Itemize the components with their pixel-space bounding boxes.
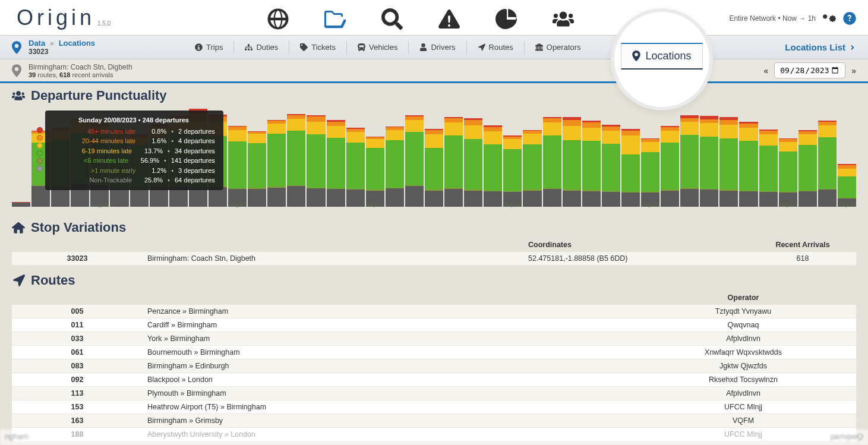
map-pin-icon <box>12 41 21 54</box>
globe-icon[interactable] <box>267 8 289 30</box>
chart-bar[interactable] <box>267 120 286 207</box>
route-row[interactable]: 061Bournemouth » BirminghamXnwfaqrr Wqxv… <box>12 346 856 359</box>
chart-bar[interactable] <box>719 117 738 207</box>
date-input[interactable] <box>774 62 845 78</box>
chart-tooltip: Sunday 20/08/2023 • 248 departures45+ mi… <box>45 111 223 190</box>
top-iconbar <box>267 8 574 30</box>
locations-list-link[interactable]: Locations List <box>785 42 856 52</box>
folder-open-icon[interactable] <box>324 8 346 30</box>
chart-bar[interactable] <box>582 121 601 207</box>
gears-icon[interactable] <box>823 12 836 25</box>
nav-vehicles[interactable]: Vehicles <box>346 41 408 54</box>
map-pin-icon <box>632 51 640 61</box>
app-logo: Origin <box>17 5 95 30</box>
location-name: Birmingham: Coach Stn, Digbeth <box>29 63 132 71</box>
chart-bar[interactable]: Sep 10 <box>503 135 522 207</box>
chart-bar[interactable] <box>248 131 266 207</box>
date-next-button[interactable]: » <box>851 66 856 75</box>
chart-bar[interactable] <box>563 117 581 207</box>
chart-bar[interactable] <box>346 128 365 207</box>
date-prev-button[interactable]: « <box>763 66 768 75</box>
stop-variations-table: Coordinates Recent Arrivals 33023Birming… <box>12 238 856 266</box>
chart-bar[interactable] <box>543 117 561 207</box>
route-row[interactable]: 153Heathrow Airport (T5) » BirminghamUFC… <box>12 400 856 414</box>
chart-bar[interactable] <box>680 115 699 207</box>
chart-bar[interactable]: Sep 27 <box>838 164 856 207</box>
breadcrumb-id: 33023 <box>29 48 95 56</box>
legend-dots <box>37 127 43 172</box>
network-time-status: Entire Network • Now → 1h <box>729 14 816 23</box>
chart-bar[interactable] <box>798 130 817 207</box>
location-subheader: Birmingham: Coach Stn, Digbeth 39 routes… <box>0 59 868 83</box>
chart-bar[interactable] <box>661 126 679 207</box>
section-title-stopvar: Stop Variations <box>12 220 856 235</box>
route-row[interactable]: 011Cardiff » BirminghamQwqvnaq <box>12 318 856 332</box>
section-title-routes: Routes <box>12 273 856 288</box>
nav-operators[interactable]: Operators <box>524 41 592 54</box>
route-row[interactable]: 163Birmingham » GrimsbyVQFM <box>12 414 856 428</box>
chart-bar[interactable]: Aug 27 <box>228 126 247 207</box>
nav-duties[interactable]: Duties <box>233 41 289 54</box>
warning-icon[interactable] <box>438 8 460 30</box>
nav-trips[interactable]: Trips <box>184 41 233 54</box>
route-row[interactable]: 113Plymouth » BirminghamAfplvdlnvn <box>12 387 856 400</box>
nav-tickets[interactable]: Tickets <box>289 41 346 54</box>
users-icon <box>12 89 25 102</box>
pie-chart-icon[interactable] <box>495 8 517 30</box>
chevron-right-icon <box>849 44 856 51</box>
breadcrumb-section[interactable]: Locations <box>59 39 95 48</box>
ghost-row: nghamQwqvnaq <box>0 430 868 445</box>
chart-bar[interactable]: Sep 17 <box>641 138 659 207</box>
map-pin-icon <box>12 64 21 77</box>
chart-bar[interactable] <box>739 122 757 207</box>
chart-bar[interactable] <box>464 118 482 207</box>
nav-routes[interactable]: Routes <box>466 41 524 54</box>
chart-bar[interactable] <box>307 115 325 207</box>
breadcrumb: Data » Locations 33023 <box>29 39 95 56</box>
nav-row: Data » Locations 33023 TripsDutiesTicket… <box>0 36 868 59</box>
route-row[interactable]: 083Birmingham » EdinburghJgktw Qjwzfds <box>12 359 856 373</box>
chart-bar[interactable] <box>444 117 463 207</box>
locations-tab[interactable]: Locations <box>621 43 702 70</box>
chart-bar[interactable] <box>425 129 443 207</box>
search-icon[interactable] <box>381 8 403 30</box>
route-row[interactable]: 005Penzance » BirminghamTztyqdt Yvnyawu <box>12 305 856 318</box>
chart-bar[interactable] <box>621 129 640 207</box>
chart-bar[interactable] <box>287 114 305 207</box>
chart-bar[interactable] <box>818 121 837 207</box>
nav-drivers[interactable]: Drivers <box>408 41 466 54</box>
locations-tab-label: Locations <box>645 50 691 62</box>
home-icon <box>12 221 25 234</box>
users-icon[interactable] <box>553 8 574 30</box>
stopvar-row[interactable]: 33023Birmingham: Coach Stn, Digbeth52.47… <box>12 252 856 266</box>
app-version: 1.5.0 <box>97 20 111 27</box>
locations-highlight-badge: Locations <box>614 12 709 107</box>
chart-bar[interactable] <box>12 202 30 207</box>
chart-bar[interactable]: Sep 3 <box>366 137 384 207</box>
chart-bar[interactable] <box>700 116 718 207</box>
topbar: Origin 1.5.0 Entire Network • Now → 1h <box>0 0 868 36</box>
breadcrumb-root[interactable]: Data <box>29 39 45 48</box>
help-icon[interactable] <box>843 12 856 25</box>
chart-bar[interactable] <box>405 115 424 207</box>
chart-bar[interactable] <box>327 120 345 207</box>
chart-bar[interactable] <box>759 130 778 207</box>
chart-bar[interactable] <box>602 125 620 207</box>
location-arrow-icon <box>12 274 25 287</box>
route-row[interactable]: 033York » BirminghamAfplvdlnvn <box>12 332 856 346</box>
chart-bar[interactable] <box>484 125 502 207</box>
route-row[interactable]: 092Blackpool » LondonRksehxd Tocsywlnzn <box>12 373 856 387</box>
chart-bar[interactable] <box>523 130 541 207</box>
section-title-punctuality: Departure Punctuality <box>12 88 856 103</box>
chart-bar[interactable] <box>386 127 404 207</box>
routes-table: Operator 005Penzance » BirminghamTztyqdt… <box>12 291 856 441</box>
nav-items: TripsDutiesTicketsVehiclesDriversRoutesO… <box>184 36 592 59</box>
chart-bar[interactable]: Sep 24 <box>779 138 797 207</box>
location-stats: 39 routes, 618 recent arrivals <box>29 71 132 78</box>
